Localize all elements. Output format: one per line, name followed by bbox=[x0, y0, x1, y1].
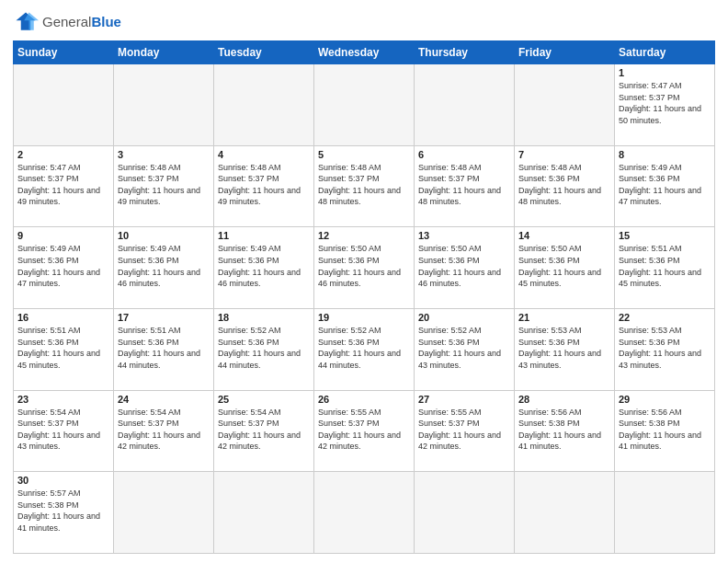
day-number: 26 bbox=[318, 394, 410, 405]
day-number: 25 bbox=[218, 394, 310, 405]
day-info: Sunrise: 5:52 AMSunset: 5:36 PMDaylight:… bbox=[218, 325, 310, 371]
calendar-cell: 21Sunrise: 5:53 AMSunset: 5:36 PMDayligh… bbox=[515, 308, 615, 390]
day-number: 16 bbox=[17, 312, 109, 323]
day-number: 11 bbox=[218, 230, 310, 241]
header-monday: Monday bbox=[114, 41, 214, 64]
calendar-cell bbox=[314, 472, 415, 554]
day-number: 30 bbox=[17, 475, 109, 486]
day-info: Sunrise: 5:48 AMSunset: 5:36 PMDaylight:… bbox=[518, 162, 610, 208]
day-info: Sunrise: 5:47 AMSunset: 5:37 PMDaylight:… bbox=[619, 80, 711, 126]
day-info: Sunrise: 5:50 AMSunset: 5:36 PMDaylight:… bbox=[418, 243, 510, 289]
day-number: 29 bbox=[619, 394, 711, 405]
day-info: Sunrise: 5:51 AMSunset: 5:36 PMDaylight:… bbox=[17, 325, 109, 371]
day-info: Sunrise: 5:54 AMSunset: 5:37 PMDaylight:… bbox=[218, 407, 310, 453]
day-info: Sunrise: 5:48 AMSunset: 5:37 PMDaylight:… bbox=[218, 162, 310, 208]
day-number: 18 bbox=[218, 312, 310, 323]
calendar-cell: 16Sunrise: 5:51 AMSunset: 5:36 PMDayligh… bbox=[14, 308, 114, 390]
day-info: Sunrise: 5:49 AMSunset: 5:36 PMDaylight:… bbox=[218, 243, 310, 289]
calendar-cell: 13Sunrise: 5:50 AMSunset: 5:36 PMDayligh… bbox=[415, 227, 515, 309]
calendar-cell: 3Sunrise: 5:48 AMSunset: 5:37 PMDaylight… bbox=[114, 145, 214, 227]
day-number: 24 bbox=[118, 394, 210, 405]
calendar-cell: 24Sunrise: 5:54 AMSunset: 5:37 PMDayligh… bbox=[114, 390, 214, 472]
logo: GeneralBlue bbox=[13, 9, 121, 35]
day-number: 2 bbox=[17, 149, 109, 160]
day-info: Sunrise: 5:53 AMSunset: 5:36 PMDaylight:… bbox=[619, 325, 711, 371]
calendar-cell: 29Sunrise: 5:56 AMSunset: 5:38 PMDayligh… bbox=[615, 390, 715, 472]
week-row-1: 2Sunrise: 5:47 AMSunset: 5:37 PMDaylight… bbox=[14, 145, 715, 227]
day-number: 13 bbox=[418, 230, 510, 241]
calendar-cell bbox=[515, 64, 615, 146]
day-number: 6 bbox=[418, 149, 510, 160]
day-info: Sunrise: 5:48 AMSunset: 5:37 PMDaylight:… bbox=[318, 162, 410, 208]
day-number: 9 bbox=[17, 230, 109, 241]
calendar-cell bbox=[415, 472, 515, 554]
calendar-header-row: SundayMondayTuesdayWednesdayThursdayFrid… bbox=[14, 41, 715, 64]
day-number: 3 bbox=[118, 149, 210, 160]
calendar-cell: 25Sunrise: 5:54 AMSunset: 5:37 PMDayligh… bbox=[214, 390, 314, 472]
header-saturday: Saturday bbox=[615, 41, 715, 64]
calendar-cell bbox=[214, 64, 314, 146]
header-friday: Friday bbox=[515, 41, 615, 64]
day-number: 12 bbox=[318, 230, 410, 241]
day-number: 15 bbox=[619, 230, 711, 241]
day-number: 14 bbox=[518, 230, 610, 241]
calendar-cell: 22Sunrise: 5:53 AMSunset: 5:36 PMDayligh… bbox=[615, 308, 715, 390]
day-info: Sunrise: 5:51 AMSunset: 5:36 PMDaylight:… bbox=[619, 243, 711, 289]
calendar-cell bbox=[114, 64, 214, 146]
calendar-cell: 9Sunrise: 5:49 AMSunset: 5:36 PMDaylight… bbox=[14, 227, 114, 309]
week-row-5: 30Sunrise: 5:57 AMSunset: 5:38 PMDayligh… bbox=[14, 472, 715, 554]
calendar-cell: 27Sunrise: 5:55 AMSunset: 5:37 PMDayligh… bbox=[415, 390, 515, 472]
calendar-cell: 5Sunrise: 5:48 AMSunset: 5:37 PMDaylight… bbox=[314, 145, 415, 227]
day-info: Sunrise: 5:50 AMSunset: 5:36 PMDaylight:… bbox=[518, 243, 610, 289]
calendar-cell: 17Sunrise: 5:51 AMSunset: 5:36 PMDayligh… bbox=[114, 308, 214, 390]
calendar-cell: 2Sunrise: 5:47 AMSunset: 5:37 PMDaylight… bbox=[14, 145, 114, 227]
day-number: 7 bbox=[518, 149, 610, 160]
day-info: Sunrise: 5:56 AMSunset: 5:38 PMDaylight:… bbox=[518, 407, 610, 453]
day-number: 22 bbox=[619, 312, 711, 323]
calendar-cell: 10Sunrise: 5:49 AMSunset: 5:36 PMDayligh… bbox=[114, 227, 214, 309]
logo-text: GeneralBlue bbox=[42, 14, 121, 30]
week-row-2: 9Sunrise: 5:49 AMSunset: 5:36 PMDaylight… bbox=[14, 227, 715, 309]
calendar-cell: 20Sunrise: 5:52 AMSunset: 5:36 PMDayligh… bbox=[415, 308, 515, 390]
calendar-cell bbox=[515, 472, 615, 554]
calendar-cell: 19Sunrise: 5:52 AMSunset: 5:36 PMDayligh… bbox=[314, 308, 415, 390]
calendar-cell: 26Sunrise: 5:55 AMSunset: 5:37 PMDayligh… bbox=[314, 390, 415, 472]
week-row-0: 1Sunrise: 5:47 AMSunset: 5:37 PMDaylight… bbox=[14, 64, 715, 146]
header-wednesday: Wednesday bbox=[314, 41, 415, 64]
header-sunday: Sunday bbox=[14, 41, 114, 64]
calendar-cell: 7Sunrise: 5:48 AMSunset: 5:36 PMDaylight… bbox=[515, 145, 615, 227]
calendar-cell: 15Sunrise: 5:51 AMSunset: 5:36 PMDayligh… bbox=[615, 227, 715, 309]
calendar-cell: 1Sunrise: 5:47 AMSunset: 5:37 PMDaylight… bbox=[615, 64, 715, 146]
calendar-cell: 4Sunrise: 5:48 AMSunset: 5:37 PMDaylight… bbox=[214, 145, 314, 227]
calendar-cell: 28Sunrise: 5:56 AMSunset: 5:38 PMDayligh… bbox=[515, 390, 615, 472]
day-info: Sunrise: 5:55 AMSunset: 5:37 PMDaylight:… bbox=[318, 407, 410, 453]
day-info: Sunrise: 5:47 AMSunset: 5:37 PMDaylight:… bbox=[17, 162, 109, 208]
calendar-cell bbox=[214, 472, 314, 554]
day-info: Sunrise: 5:53 AMSunset: 5:36 PMDaylight:… bbox=[518, 325, 610, 371]
header: GeneralBlue bbox=[13, 9, 715, 35]
day-info: Sunrise: 5:57 AMSunset: 5:38 PMDaylight:… bbox=[17, 488, 109, 534]
calendar-cell bbox=[114, 472, 214, 554]
day-info: Sunrise: 5:49 AMSunset: 5:36 PMDaylight:… bbox=[619, 162, 711, 208]
day-number: 20 bbox=[418, 312, 510, 323]
day-number: 23 bbox=[17, 394, 109, 405]
day-number: 17 bbox=[118, 312, 210, 323]
day-info: Sunrise: 5:52 AMSunset: 5:36 PMDaylight:… bbox=[318, 325, 410, 371]
header-thursday: Thursday bbox=[415, 41, 515, 64]
day-info: Sunrise: 5:52 AMSunset: 5:36 PMDaylight:… bbox=[418, 325, 510, 371]
day-number: 1 bbox=[619, 67, 711, 78]
day-number: 8 bbox=[619, 149, 711, 160]
day-info: Sunrise: 5:49 AMSunset: 5:36 PMDaylight:… bbox=[118, 243, 210, 289]
day-number: 4 bbox=[218, 149, 310, 160]
day-number: 5 bbox=[318, 149, 410, 160]
day-number: 28 bbox=[518, 394, 610, 405]
calendar-cell: 14Sunrise: 5:50 AMSunset: 5:36 PMDayligh… bbox=[515, 227, 615, 309]
calendar-cell bbox=[615, 472, 715, 554]
day-info: Sunrise: 5:55 AMSunset: 5:37 PMDaylight:… bbox=[418, 407, 510, 453]
calendar-cell: 18Sunrise: 5:52 AMSunset: 5:36 PMDayligh… bbox=[214, 308, 314, 390]
calendar-cell: 6Sunrise: 5:48 AMSunset: 5:37 PMDaylight… bbox=[415, 145, 515, 227]
day-info: Sunrise: 5:48 AMSunset: 5:37 PMDaylight:… bbox=[418, 162, 510, 208]
day-info: Sunrise: 5:50 AMSunset: 5:36 PMDaylight:… bbox=[318, 243, 410, 289]
day-info: Sunrise: 5:51 AMSunset: 5:36 PMDaylight:… bbox=[118, 325, 210, 371]
day-number: 19 bbox=[318, 312, 410, 323]
